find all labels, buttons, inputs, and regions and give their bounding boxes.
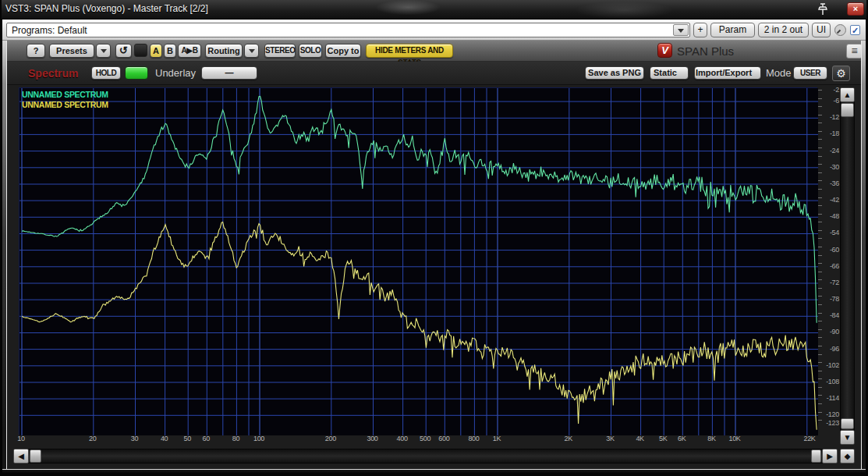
freq-tick-label: 500: [420, 435, 430, 442]
freq-tick-label: 80: [232, 435, 239, 442]
db-range-bottom-handle[interactable]: [841, 418, 854, 429]
help-button[interactable]: ?: [27, 44, 45, 58]
global-menu-button[interactable]: ≡: [846, 44, 861, 59]
mode-label: Mode: [766, 67, 792, 79]
underlay-select[interactable]: —: [201, 66, 257, 80]
freq-tick-label: 10K: [728, 435, 740, 442]
reset-zoom-button[interactable]: ◆: [840, 449, 855, 464]
spectrum-canvas: [19, 88, 818, 435]
static-select[interactable]: Static: [650, 66, 689, 80]
ab-color-swatch[interactable]: [134, 44, 147, 57]
left-arrow-icon: ◀: [14, 449, 28, 463]
down-arrow-icon: ▼: [841, 431, 854, 444]
chevron-down-icon: [678, 29, 684, 33]
stereo-button[interactable]: STEREO: [264, 44, 296, 58]
db-tick-label: -30: [830, 163, 839, 171]
freq-tick-label: 4K: [636, 435, 643, 442]
settings-gear-button[interactable]: ⚙: [832, 66, 850, 81]
window-frame-right: [861, 41, 866, 474]
db-tick-label: -66: [830, 262, 839, 270]
io-config-button[interactable]: 2 in 2 out: [758, 23, 809, 37]
freq-tick-label: 1K: [493, 435, 501, 442]
copy-to-button[interactable]: Copy to: [325, 44, 361, 58]
freq-tick-label: 5K: [659, 435, 667, 442]
ab-b-button[interactable]: B: [164, 44, 176, 58]
freq-range-left-handle[interactable]: [30, 449, 41, 463]
freq-tick-label: 60: [203, 435, 210, 442]
freq-tick-label: 400: [397, 435, 408, 442]
main-toolbar: ? Presets ↺ A B A▶B Routing STEREO SOLO …: [7, 41, 861, 62]
db-tick-label: -18: [830, 130, 839, 137]
voxengo-logo: V: [657, 43, 672, 58]
db-tick-label: -123: [826, 419, 839, 427]
underlay-label: Underlay: [155, 67, 196, 79]
presets-dropdown-button[interactable]: [96, 44, 111, 58]
add-program-button[interactable]: +: [693, 23, 707, 37]
ab-copy-button[interactable]: A▶B: [178, 44, 201, 58]
scroll-left-button[interactable]: ◀: [13, 449, 29, 464]
brand-name: SPAN Plus: [677, 44, 734, 58]
db-axis: -2-6-12-18-24-30-36-42-48-54-60-66-72-78…: [823, 87, 839, 442]
spectrum-toolbar: Spectrum HOLD Underlay — Save as PNG Sta…: [7, 62, 861, 85]
db-tick-label: -24: [830, 147, 839, 155]
db-tick-label: -120: [826, 410, 839, 418]
db-tick-label: -36: [830, 179, 839, 187]
freq-tick-label: 800: [468, 435, 479, 442]
mode-user-button[interactable]: USER: [793, 66, 827, 80]
spectrum-plot-area[interactable]: [19, 87, 817, 435]
titlebar[interactable]: VST3: SPAN Plus (Voxengo) - Master Track…: [2, 0, 866, 20]
pin-icon[interactable]: [817, 2, 829, 16]
freq-range-right-handle[interactable]: [811, 449, 821, 463]
scroll-up-button[interactable]: ▲: [840, 87, 855, 102]
freq-range-scrollbar[interactable]: [13, 449, 838, 464]
ab-a-button[interactable]: A: [150, 44, 162, 58]
presets-button[interactable]: Presets: [49, 44, 94, 58]
freq-tick-label: 20: [89, 435, 96, 442]
scroll-down-button[interactable]: ▼: [840, 430, 855, 445]
up-arrow-icon: ▲: [841, 88, 854, 101]
chevron-down-icon: [249, 49, 255, 53]
db-tick-label: -2: [834, 86, 839, 94]
window-title: VST3: SPAN Plus (Voxengo) - Master Track…: [5, 3, 208, 14]
db-tick-label: -42: [830, 196, 839, 204]
plugin-body: ? Presets ↺ A B A▶B Routing STEREO SOLO …: [2, 41, 866, 474]
hold-button[interactable]: HOLD: [91, 66, 121, 80]
scroll-right-button[interactable]: ▶: [822, 449, 838, 464]
db-tick-label: -54: [830, 229, 839, 236]
programs-dropdown-button[interactable]: [673, 24, 689, 36]
freq-tick-label: 2K: [565, 435, 572, 442]
freq-tick-label: 8K: [707, 435, 715, 442]
right-arrow-icon: ▶: [823, 449, 837, 463]
plugin-window: VST3: SPAN Plus (Voxengo) - Master Track…: [0, 0, 868, 476]
enable-checkbox[interactable]: ✓: [850, 25, 860, 35]
db-tick-label: -108: [826, 378, 839, 385]
bypass-knob-icon[interactable]: [834, 23, 847, 37]
db-tick-label: -102: [826, 361, 839, 369]
freq-tick-label: 40: [161, 435, 168, 442]
routing-dropdown-button[interactable]: [244, 44, 259, 58]
solo-button[interactable]: SOLO: [299, 44, 322, 58]
param-button[interactable]: Param: [710, 23, 755, 37]
db-range-top-handle[interactable]: [841, 103, 854, 117]
diamond-icon: ◆: [841, 449, 854, 463]
db-tick-label: -96: [830, 345, 839, 353]
undo-button[interactable]: ↺: [115, 44, 132, 58]
db-tick-label: -12: [830, 113, 839, 121]
freq-tick-label: 22K: [803, 435, 815, 442]
hide-meters-button[interactable]: HIDE METERS AND STATS: [366, 44, 453, 58]
db-tick-label: -60: [830, 246, 839, 254]
legend-spectrum-2: UNNAMED SPECTRUM: [22, 100, 108, 109]
db-ruler-ticks: [818, 90, 822, 424]
close-button[interactable]: ×: [847, 2, 864, 16]
db-tick-label: -84: [830, 311, 839, 319]
db-tick-label: -78: [830, 295, 839, 303]
programs-value: Programs: Default: [12, 25, 87, 36]
freq-tick-label: 30: [131, 435, 138, 442]
spectrum-enable-led[interactable]: [125, 66, 148, 80]
db-range-scrollbar[interactable]: [840, 87, 855, 445]
ui-button[interactable]: UI: [812, 23, 831, 37]
routing-button[interactable]: Routing: [205, 44, 243, 58]
save-as-png-button[interactable]: Save as PNG: [585, 66, 644, 80]
programs-combobox[interactable]: Programs: Default: [6, 23, 690, 37]
import-export-select[interactable]: Import/Export: [694, 66, 761, 80]
